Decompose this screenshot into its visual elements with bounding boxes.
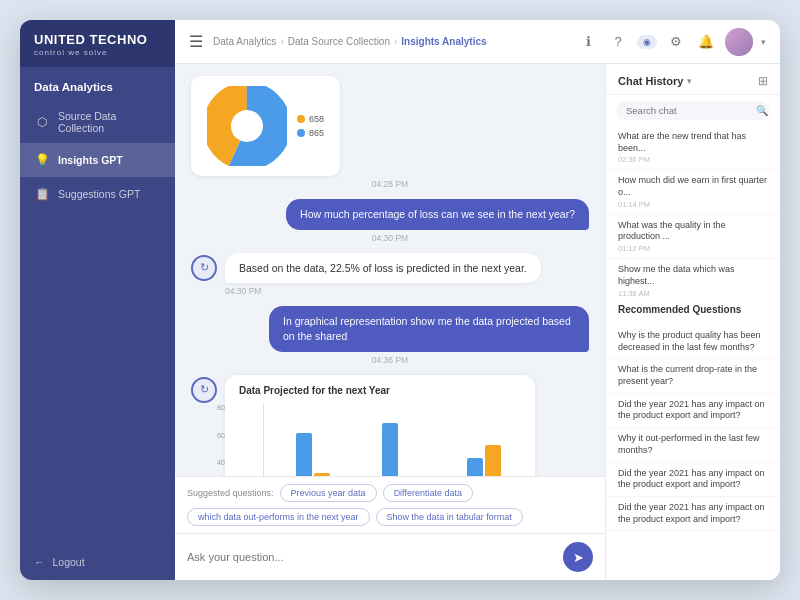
user-bubble-2: In graphical representation show me the …	[269, 306, 589, 351]
pie-chart-message: 658 865 04:28 PM	[191, 76, 589, 189]
bot-bubble-1: Based on the data, 22.5% of loss is pred…	[225, 253, 541, 284]
y-axis-labels: 80604020	[217, 404, 225, 476]
breadcrumb-item-1: Data Analytics	[213, 36, 276, 47]
chart-title: Data Projected for the next Year	[239, 385, 521, 396]
bar-2-orange	[485, 445, 501, 476]
pie-svg-wrap	[207, 86, 287, 166]
hamburger-icon[interactable]: ☰	[189, 32, 203, 51]
sidebar-logo: UNITED TECHNO control we solve	[20, 20, 175, 67]
history-text: What are the new trend that has been...	[618, 131, 768, 154]
user-message-2: In graphical representation show me the …	[191, 306, 589, 364]
logout-label: Logout	[53, 556, 85, 568]
sidebar: UNITED TECHNO control we solve Data Anal…	[20, 20, 175, 580]
history-text: How much did we earn in first quarter o.…	[618, 175, 768, 198]
history-dropdown-icon: ▾	[687, 76, 692, 86]
sidebar-item-insights[interactable]: 💡 Insights GPT	[20, 143, 175, 177]
history-item-0[interactable]: What are the new trend that has been... …	[606, 126, 780, 170]
chat-search-input[interactable]	[626, 105, 752, 116]
breadcrumb-sep-1: ›	[280, 36, 283, 47]
source-icon: ⬡	[34, 114, 50, 130]
chat-search-bar: 🔍	[616, 101, 770, 120]
logo-text: UNITED TECHNO	[34, 32, 161, 48]
info-icon[interactable]: ℹ	[577, 31, 599, 53]
history-list: What are the new trend that has been... …	[606, 126, 780, 296]
right-panel-header: Chat History ▾ ⊞	[606, 64, 780, 95]
sidebar-item-source[interactable]: ⬡ Source Data Collection	[20, 101, 175, 143]
chat-main: 658 865 04:28 PM How much	[175, 64, 605, 580]
topbar: ☰ Data Analytics › Data Source Collectio…	[175, 20, 780, 64]
history-item-1[interactable]: How much did we earn in first quarter o.…	[606, 170, 780, 214]
recommended-item-4[interactable]: Did the year 2021 has any impact on the …	[606, 463, 780, 497]
bar-1-blue	[382, 423, 398, 476]
panel-action-icon[interactable]: ⊞	[758, 74, 768, 88]
bar-group-0	[270, 433, 356, 476]
breadcrumb-item-2: Data Source Collection	[288, 36, 390, 47]
sidebar-item-label: Suggestions GPT	[58, 188, 140, 200]
history-text: Show me the data which was highest...	[618, 264, 768, 287]
notification-icon[interactable]: 🔔	[695, 31, 717, 53]
bar-2-blue	[467, 458, 483, 476]
breadcrumb-active: Insights Analytics	[401, 36, 486, 47]
suggested-chip-0[interactable]: Previous year data	[280, 484, 377, 502]
chat-messages: 658 865 04:28 PM How much	[175, 64, 605, 476]
breadcrumb-sep-2: ›	[394, 36, 397, 47]
bar-chart-area	[263, 404, 533, 476]
bar-0-blue	[296, 433, 312, 476]
history-time: 02:36 PM	[618, 155, 768, 164]
recommended-list: Why is the product quality has been decr…	[606, 325, 780, 580]
recommended-item-2[interactable]: Did the year 2021 has any impact on the …	[606, 394, 780, 428]
avatar[interactable]	[725, 28, 753, 56]
bot-avatar-2: ↻	[191, 377, 217, 403]
right-panel: Chat History ▾ ⊞ 🔍 What are the new tren…	[605, 64, 780, 580]
avatar-image	[725, 28, 753, 56]
breadcrumb: Data Analytics › Data Source Collection …	[213, 36, 487, 47]
history-item-3[interactable]: Show me the data which was highest... 11…	[606, 259, 780, 296]
chat-input[interactable]	[187, 551, 555, 563]
insights-icon: 💡	[34, 152, 50, 168]
avatar-dropdown-icon[interactable]: ▾	[761, 37, 766, 47]
suggested-chip-3[interactable]: Show the data in tabular format	[376, 508, 523, 526]
legend-dot-orange	[297, 115, 305, 123]
pie-legend: 658 865	[297, 114, 324, 138]
sidebar-item-label: Insights GPT	[58, 154, 123, 166]
recommended-item-5[interactable]: Did the year 2021 has any impact on the …	[606, 497, 780, 531]
topbar-icons: ℹ ? ◉ ⚙ 🔔 ▾	[577, 28, 766, 56]
legend-label-2: 865	[309, 128, 324, 138]
recommended-item-3[interactable]: Why it out-performed in the last few mon…	[606, 428, 780, 462]
user-bubble-1: How much percentage of loss can we see i…	[286, 199, 589, 230]
sidebar-section-title: Data Analytics	[20, 67, 175, 101]
send-button[interactable]: ➤	[563, 542, 593, 572]
history-item-2[interactable]: What was the quality in the production .…	[606, 215, 780, 259]
bot-msg-time-1: 04:30 PM	[225, 286, 541, 296]
suggested-chip-1[interactable]: Differentiate data	[383, 484, 473, 502]
legend-dot-blue	[297, 129, 305, 137]
logout-button[interactable]: ← Logout	[20, 544, 175, 580]
main-area: ☰ Data Analytics › Data Source Collectio…	[175, 20, 780, 580]
recommended-title: Recommended Questions	[618, 304, 768, 315]
history-text: What was the quality in the production .…	[618, 220, 768, 243]
chat-history-dropdown[interactable]: Chat History ▾	[618, 75, 692, 87]
settings-icon[interactable]: ⚙	[665, 31, 687, 53]
toggle-switch[interactable]: ◉	[637, 35, 657, 49]
recommended-item-0[interactable]: Why is the product quality has been decr…	[606, 325, 780, 359]
logo-sub: control we solve	[34, 48, 161, 58]
suggested-chip-2[interactable]: which data out-performs in the next year	[187, 508, 370, 526]
recommended-item-1[interactable]: What is the current drop-rate in the pre…	[606, 359, 780, 393]
user-message-1: How much percentage of loss can we see i…	[191, 199, 589, 243]
pie-chart-box: 658 865	[191, 76, 340, 176]
sidebar-item-label: Source Data Collection	[58, 110, 161, 134]
logout-icon: ←	[34, 556, 45, 568]
bar-0-orange	[314, 473, 330, 476]
chart-bubble: Data Projected for the next Year 8060402…	[225, 375, 535, 476]
sidebar-item-suggestions[interactable]: 📋 Suggestions GPT	[20, 177, 175, 211]
recommended-section: Recommended Questions	[606, 296, 780, 325]
history-time: 01:12 PM	[618, 244, 768, 253]
user-msg-time-2: 04:36 PM	[372, 355, 408, 365]
bar-group-1	[356, 423, 442, 476]
help-icon[interactable]: ?	[607, 31, 629, 53]
bot-chart-message: ↻ Data Projected for the next Year 80604…	[191, 375, 589, 476]
suggestions-icon: 📋	[34, 186, 50, 202]
right-panel-title: Chat History	[618, 75, 683, 87]
legend-item-2: 865	[297, 128, 324, 138]
input-bar: ➤	[175, 533, 605, 580]
